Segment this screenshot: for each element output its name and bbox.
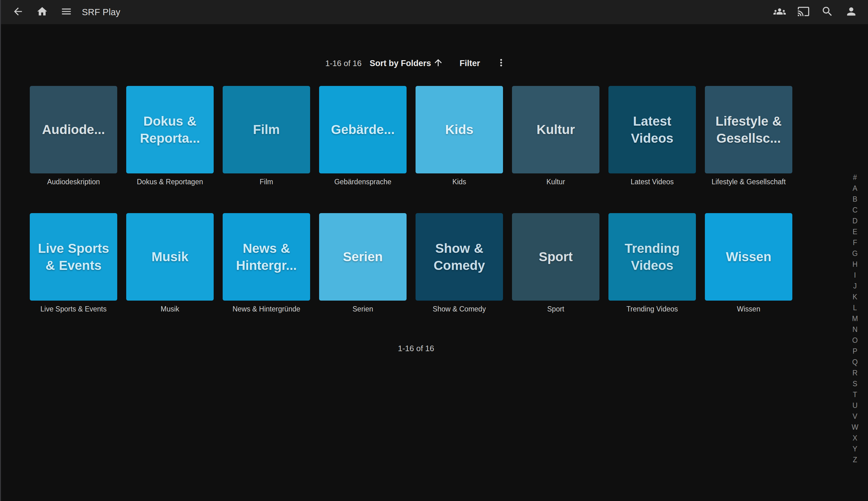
library-toolbar: 1-16 of 16 Sort by Folders Filter xyxy=(0,55,832,72)
alpha-picker-letter[interactable]: C xyxy=(850,205,860,216)
library-card[interactable]: WissenWissen xyxy=(705,213,792,313)
alpha-picker-letter[interactable]: S xyxy=(850,379,860,389)
folder-tile: Show & Comedy xyxy=(415,213,503,301)
arrow-up-icon xyxy=(431,57,444,69)
alpha-picker-letter[interactable]: E xyxy=(850,226,860,237)
tile-title: Serien xyxy=(319,248,406,265)
cast-button[interactable] xyxy=(797,6,810,18)
library-card[interactable]: KulturKultur xyxy=(512,86,599,186)
library-card[interactable]: Show & ComedyShow & Comedy xyxy=(415,213,503,313)
folder-tile: Gebärde... xyxy=(319,86,406,173)
alpha-picker-letter[interactable]: Z xyxy=(850,455,860,465)
alpha-picker-letter[interactable]: U xyxy=(850,400,860,411)
alpha-picker-letter[interactable]: R xyxy=(850,367,860,379)
card-label: Show & Comedy xyxy=(415,304,503,313)
library-card[interactable]: News & Hintergr...News & Hintergründe xyxy=(223,213,310,313)
card-label: Kids xyxy=(415,177,503,186)
alpha-picker-letter[interactable]: B xyxy=(850,194,860,205)
more-menu-button[interactable] xyxy=(496,57,507,70)
card-label: Trending Videos xyxy=(608,304,696,313)
syncplay-button[interactable] xyxy=(773,6,786,18)
alpha-picker-letter[interactable]: O xyxy=(850,335,860,346)
tile-title: News & Hintergr... xyxy=(223,240,310,274)
cast-icon xyxy=(797,5,810,19)
user-button[interactable] xyxy=(845,6,857,18)
alpha-picker: #ABCDEFGHIJKLMNOPQRSTUVWXYZ xyxy=(850,172,860,465)
tile-title: Film xyxy=(223,121,310,138)
library-card[interactable]: SerienSerien xyxy=(319,213,406,313)
library-card[interactable]: FilmFilm xyxy=(223,86,310,186)
card-label: Dokus & Reportagen xyxy=(126,177,214,186)
alpha-picker-letter[interactable]: G xyxy=(850,248,860,259)
tile-title: Audiode... xyxy=(30,121,117,138)
folder-tile: Latest Videos xyxy=(608,86,696,173)
library-card[interactable]: Live Sports & EventsLive Sports & Events xyxy=(30,213,117,313)
home-icon xyxy=(36,6,48,19)
alpha-picker-letter[interactable]: I xyxy=(850,270,860,281)
card-label: Live Sports & Events xyxy=(30,304,117,313)
tile-title: Gebärde... xyxy=(319,121,406,138)
folder-tile: Dokus & Reporta... xyxy=(126,86,214,173)
folder-tile: Serien xyxy=(319,213,406,301)
alpha-picker-letter[interactable]: K xyxy=(850,291,860,302)
folder-tile: Kids xyxy=(415,86,503,173)
library-card[interactable]: KidsKids xyxy=(415,86,503,186)
folder-tile: Kultur xyxy=(512,86,599,173)
left-scrollbar[interactable] xyxy=(0,0,1,501)
search-icon xyxy=(821,5,834,19)
library-card[interactable]: SportSport xyxy=(512,213,599,313)
alpha-picker-letter[interactable]: H xyxy=(850,259,860,270)
card-label: Film xyxy=(223,177,310,186)
alpha-picker-letter[interactable]: J xyxy=(850,281,860,291)
alpha-picker-letter[interactable]: W xyxy=(850,422,860,433)
vertical-dots-icon xyxy=(496,64,507,69)
folder-tile: Film xyxy=(223,86,310,173)
card-row-2: Live Sports & EventsLive Sports & Events… xyxy=(30,213,792,313)
alpha-picker-letter[interactable]: A xyxy=(850,183,860,194)
library-card[interactable]: MusikMusik xyxy=(126,213,214,313)
tile-title: Kultur xyxy=(512,121,599,138)
library-card[interactable]: Gebärde...Gebärdensprache xyxy=(319,86,406,186)
sort-button-label: Sort by Folders xyxy=(370,58,431,68)
filter-button[interactable]: Filter xyxy=(459,58,480,68)
home-button[interactable] xyxy=(36,6,48,18)
library-card[interactable]: Latest VideosLatest Videos xyxy=(608,86,696,186)
card-label: Serien xyxy=(319,304,406,313)
card-label: Kultur xyxy=(512,177,599,186)
folder-tile: Musik xyxy=(126,213,214,301)
back-button[interactable] xyxy=(12,6,24,18)
tile-title: Latest Videos xyxy=(608,113,696,147)
card-label: News & Hintergründe xyxy=(223,304,310,313)
card-label: Lifestyle & Gesellschaft xyxy=(705,177,792,186)
alpha-picker-letter[interactable]: X xyxy=(850,433,860,444)
arrow-back-icon xyxy=(12,6,24,19)
menu-icon xyxy=(61,6,72,19)
alpha-picker-letter[interactable]: M xyxy=(850,313,860,324)
search-button[interactable] xyxy=(821,6,834,18)
library-card[interactable]: Trending VideosTrending Videos xyxy=(608,213,696,313)
menu-button[interactable] xyxy=(60,6,73,18)
alpha-picker-letter[interactable]: T xyxy=(850,389,860,400)
folder-tile: Sport xyxy=(512,213,599,301)
folder-tile: Lifestyle & Gesellsc... xyxy=(705,86,792,173)
tile-title: Wissen xyxy=(705,248,792,265)
library-card[interactable]: Dokus & Reporta...Dokus & Reportagen xyxy=(126,86,214,186)
alpha-picker-letter[interactable]: # xyxy=(850,172,860,183)
library-card[interactable]: Audiode...Audiodeskription xyxy=(30,86,117,186)
alpha-picker-letter[interactable]: L xyxy=(850,302,860,313)
alpha-picker-letter[interactable]: F xyxy=(850,237,860,248)
alpha-picker-letter[interactable]: D xyxy=(850,216,860,226)
alpha-picker-letter[interactable]: P xyxy=(850,346,860,357)
tile-title: Show & Comedy xyxy=(415,240,503,274)
card-label: Musik xyxy=(126,304,214,313)
library-card[interactable]: Lifestyle & Gesellsc...Lifestyle & Gesel… xyxy=(705,86,792,186)
alpha-picker-letter[interactable]: V xyxy=(850,411,860,422)
tile-title: Sport xyxy=(512,248,599,265)
alpha-picker-letter[interactable]: Y xyxy=(850,444,860,455)
syncplay-group-icon xyxy=(773,5,786,19)
alpha-picker-letter[interactable]: N xyxy=(850,324,860,335)
alpha-picker-letter[interactable]: Q xyxy=(850,357,860,367)
sort-button[interactable]: Sort by Folders xyxy=(370,57,444,69)
tile-title: Dokus & Reporta... xyxy=(126,113,214,147)
card-label: Sport xyxy=(512,304,599,313)
